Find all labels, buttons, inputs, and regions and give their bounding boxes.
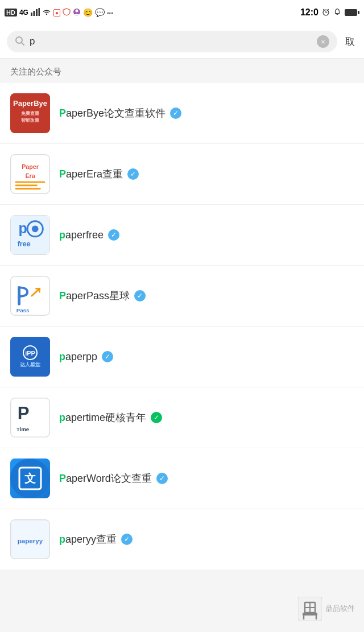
list-item[interactable]: paperyy paperyy查重 ✓ — [0, 509, 364, 569]
verified-badge: ✓ — [156, 473, 168, 484]
svg-text:p: p — [19, 220, 27, 236]
account-name-text: paperfree — [59, 229, 104, 241]
avatar: Pass — [10, 276, 50, 316]
account-name: paperfree ✓ — [59, 229, 354, 241]
svg-text:智能改重: 智能改重 — [20, 117, 39, 123]
status-bar: HD 4G ● 😊 💬 ··· 12:0 — [0, 0, 364, 25]
clear-button[interactable]: × — [317, 35, 329, 48]
account-list: PaperBye 免费查重 智能改重 PaperBye论文查重软件 ✓ Pape… — [0, 83, 364, 569]
verified-badge: ✓ — [134, 290, 146, 301]
avatar: paperyy — [10, 519, 50, 559]
more-icon: ··· — [107, 9, 113, 17]
svg-rect-18 — [15, 188, 41, 189]
time-display: 12:0 — [300, 7, 318, 18]
emoji-icon: 😊 — [83, 8, 93, 17]
cancel-button[interactable]: 取 — [343, 34, 357, 49]
status-left-icons: HD 4G ● 😊 💬 ··· — [5, 8, 113, 18]
svg-text:P: P — [18, 403, 30, 423]
svg-line-8 — [22, 42, 24, 45]
list-item[interactable]: p free paperfree ✓ — [0, 205, 364, 266]
svg-text:Era: Era — [25, 172, 35, 179]
rec-icon: ● — [53, 9, 60, 16]
account-name: paperpp ✓ — [59, 351, 354, 363]
account-name-text: papertime硬核青年 — [59, 411, 146, 424]
search-icon — [15, 36, 25, 48]
list-item[interactable]: Paper Era PaperEra查重 ✓ — [0, 144, 364, 205]
avatar: 文 — [10, 458, 50, 498]
verified-badge: ✓ — [102, 351, 113, 362]
watermark-text: 鼎品软件 — [325, 604, 355, 614]
svg-rect-0 — [31, 13, 32, 16]
list-item[interactable]: Pass PaperPass星球 ✓ — [0, 266, 364, 327]
account-name: PaperWord论文查重 ✓ — [59, 472, 354, 485]
account-name-text: PaperPass星球 — [59, 289, 130, 303]
list-item[interactable]: PaperBye 免费查重 智能改重 PaperBye论文查重软件 ✓ — [0, 83, 364, 144]
avatar: iPP 达人星堂 — [10, 337, 50, 377]
svg-text:免费查重: 免费查重 — [20, 110, 39, 116]
verified-badge: ✓ — [127, 168, 139, 180]
avatar: P Time — [10, 398, 50, 437]
verified-badge: ✓ — [108, 229, 119, 241]
verified-badge: ✓ — [121, 534, 133, 545]
svg-rect-17 — [15, 184, 38, 186]
status-right-icons: 12:0 — [300, 7, 357, 18]
avatar: Paper Era — [10, 154, 50, 194]
account-name: paperyy查重 ✓ — [59, 532, 354, 546]
svg-point-5 — [75, 9, 78, 12]
svg-rect-1 — [33, 11, 35, 16]
alarm-icon — [322, 8, 330, 18]
account-name: PaperEra查重 ✓ — [59, 167, 354, 181]
verified-badge: ✓ — [170, 108, 181, 119]
svg-text:paperyy: paperyy — [18, 537, 43, 544]
account-name-text: paperyy查重 — [59, 532, 117, 546]
account-name-text: PaperBye论文查重软件 — [59, 106, 166, 120]
svg-text:达人星堂: 达人星堂 — [20, 362, 41, 367]
shield-icon — [63, 8, 71, 18]
avatar: p free — [10, 215, 50, 255]
search-input[interactable]: p — [30, 36, 312, 47]
account-name-text: PaperWord论文查重 — [59, 472, 152, 485]
avatar-icon — [73, 8, 81, 18]
account-name: PaperPass星球 ✓ — [59, 289, 354, 303]
svg-text:Time: Time — [16, 426, 30, 432]
svg-rect-3 — [38, 8, 40, 16]
section-header: 关注的公众号 — [0, 59, 364, 83]
svg-rect-26 — [10, 337, 50, 377]
svg-text:PaperBye: PaperBye — [13, 99, 47, 108]
account-name: PaperBye论文查重软件 ✓ — [59, 106, 354, 120]
account-name: papertime硬核青年 ✓ — [59, 411, 354, 424]
svg-text:Paper: Paper — [22, 163, 39, 170]
svg-text:free: free — [18, 240, 31, 248]
svg-text:iPP: iPP — [25, 350, 35, 357]
list-item[interactable]: iPP 达人星堂 paperpp ✓ — [0, 327, 364, 387]
svg-rect-2 — [36, 9, 38, 16]
signal-icon — [31, 8, 40, 18]
account-name-text: PaperEra查重 — [59, 167, 123, 181]
verified-badge: ✓ — [151, 412, 162, 423]
watermark: 鼎品软件 — [298, 597, 355, 621]
search-bar-container: p × 取 — [0, 25, 364, 59]
avatar: PaperBye 免费查重 智能改重 — [10, 93, 50, 133]
search-box[interactable]: p × — [7, 31, 337, 52]
svg-rect-16 — [15, 181, 45, 183]
account-name-text: paperpp — [59, 351, 97, 363]
bell-icon — [333, 8, 341, 18]
list-item[interactable]: P Time papertime硬核青年 ✓ — [0, 387, 364, 448]
battery-icon — [345, 9, 357, 16]
svg-text:文: 文 — [24, 472, 36, 485]
list-item[interactable]: 文 PaperWord论文查重 ✓ — [0, 448, 364, 509]
wifi-icon — [42, 9, 51, 17]
hd-indicator: HD — [5, 9, 17, 16]
network-4g: 4G — [19, 9, 28, 16]
chat-icon: 💬 — [95, 8, 105, 17]
svg-text:Pass: Pass — [16, 307, 30, 313]
svg-point-22 — [32, 225, 39, 232]
